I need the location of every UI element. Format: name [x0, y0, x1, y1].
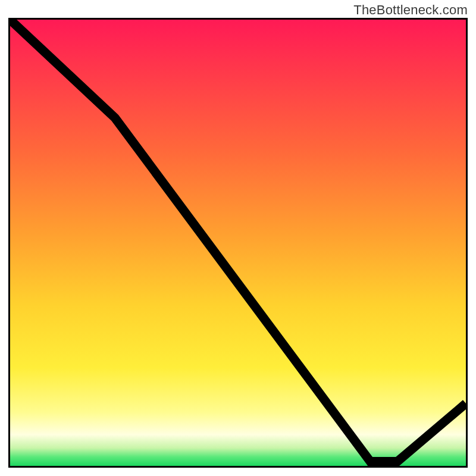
chart-series-line	[10, 20, 466, 466]
watermark-text: TheBottleneck.com	[353, 2, 468, 18]
chart-plot-area	[8, 18, 468, 468]
